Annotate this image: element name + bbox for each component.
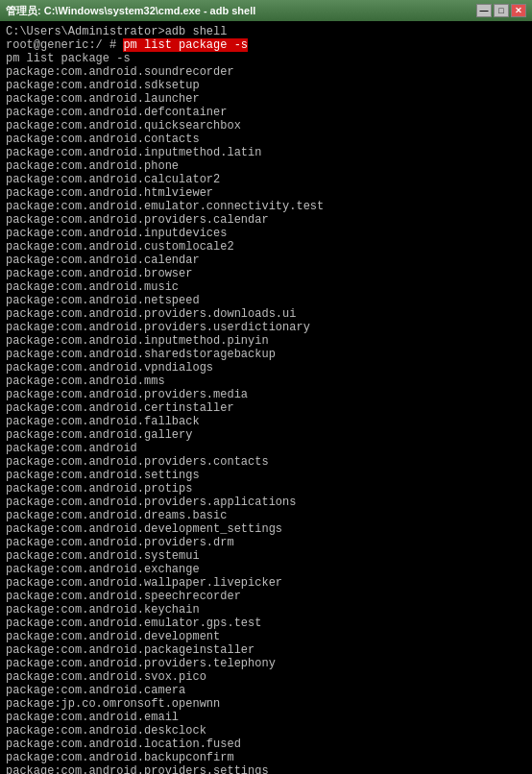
terminal-line: package:com.android.exchange (6, 563, 526, 576)
close-button[interactable]: ✕ (511, 4, 526, 17)
terminal-line: package:com.android.providers.settings (6, 764, 526, 774)
terminal-line: package:com.android.mms (6, 375, 526, 388)
terminal-line: package:com.android.soundrecorder (6, 65, 526, 79)
terminal-line: package:com.android.sdksetup (6, 79, 526, 92)
terminal-line: package:com.android.providers.downloads.… (6, 307, 526, 321)
terminal-line: package:com.android.netspeed (6, 294, 526, 307)
terminal-line: package:com.android.emulator.connectivit… (6, 200, 526, 213)
terminal-line: package:com.android.gallery (6, 428, 526, 442)
terminal-line: package:com.android.providers.contacts (6, 455, 526, 469)
title-bar: 管理员: C:\Windows\system32\cmd.exe - adb s… (0, 0, 532, 21)
terminal-line: package:com.android.packageinstaller (6, 643, 526, 657)
terminal-line: package:com.android.launcher (6, 92, 526, 106)
minimize-button[interactable]: — (476, 4, 492, 17)
terminal-line: package:com.android.customlocale2 (6, 240, 526, 254)
terminal-line: package:com.android.certinstaller (6, 401, 526, 415)
terminal-line: package:com.android.providers.applicatio… (6, 496, 526, 509)
terminal-line: package:com.android.deskclock (6, 724, 526, 738)
terminal-line: package:com.android.htmlviewer (6, 186, 526, 200)
terminal-line: package:com.android.phone (6, 159, 526, 173)
terminal-line: package:com.android.providers.calendar (6, 213, 526, 227)
terminal-line: package:com.android (6, 442, 526, 455)
window-title: 管理员: C:\Windows\system32\cmd.exe - adb s… (6, 4, 255, 18)
terminal-output[interactable]: C:\Users\Administrator>adb shellroot@gen… (0, 21, 532, 774)
terminal-line: package:com.android.quicksearchbox (6, 119, 526, 133)
terminal-line: package:com.android.calculator2 (6, 173, 526, 186)
terminal-line: package:com.android.speechrecorder (6, 590, 526, 603)
terminal-line: package:com.android.providers.media (6, 388, 526, 401)
terminal-line: package:com.android.vpndialogs (6, 361, 526, 375)
terminal-line: package:com.android.inputmethod.pinyin (6, 334, 526, 348)
terminal-line: package:com.android.camera (6, 684, 526, 697)
terminal-line: package:com.android.providers.userdictio… (6, 321, 526, 334)
terminal-line: package:com.android.defcontainer (6, 106, 526, 119)
terminal-line: pm list package -s (6, 52, 526, 65)
highlighted-command: pm list package -s (123, 38, 248, 52)
terminal-line: package:com.android.development_settings (6, 522, 526, 536)
terminal-line: package:com.android.wallpaper.livepicker (6, 576, 526, 590)
terminal-line: package:com.android.location.fused (6, 738, 526, 751)
terminal-line: package:com.android.settings (6, 469, 526, 482)
terminal-line: package:com.android.calendar (6, 254, 526, 267)
terminal-line: package:com.android.providers.telephony (6, 657, 526, 670)
terminal-line: package:com.android.browser (6, 267, 526, 280)
terminal-line: package:com.android.protips (6, 482, 526, 496)
terminal-line: package:com.android.inputdevices (6, 227, 526, 240)
terminal-line: root@generic:/ # pm list package -s (6, 38, 526, 52)
terminal-line: C:\Users\Administrator>adb shell (6, 25, 526, 38)
terminal-line: package:com.android.emulator.gps.test (6, 617, 526, 630)
terminal-line: package:com.android.providers.drm (6, 536, 526, 549)
terminal-line: package:com.android.svox.pico (6, 670, 526, 684)
terminal-line: package:com.android.email (6, 711, 526, 724)
maximize-button[interactable]: □ (494, 4, 509, 17)
terminal-line: package:com.android.development (6, 630, 526, 643)
terminal-line: package:com.android.dreams.basic (6, 509, 526, 522)
terminal-line: package:com.android.sharedstoragebackup (6, 348, 526, 361)
terminal-line: package:com.android.backupconfirm (6, 751, 526, 764)
terminal-line: package:com.android.music (6, 280, 526, 294)
terminal-line: package:com.android.systemui (6, 549, 526, 563)
window-controls: — □ ✕ (476, 4, 526, 17)
terminal-line: package:jp.co.omronsoft.openwnn (6, 697, 526, 711)
terminal-line: package:com.android.keychain (6, 603, 526, 617)
terminal-line: package:com.android.contacts (6, 133, 526, 146)
terminal-line: package:com.android.fallback (6, 415, 526, 428)
cmd-window: 管理员: C:\Windows\system32\cmd.exe - adb s… (0, 0, 532, 774)
terminal-line: package:com.android.inputmethod.latin (6, 146, 526, 159)
